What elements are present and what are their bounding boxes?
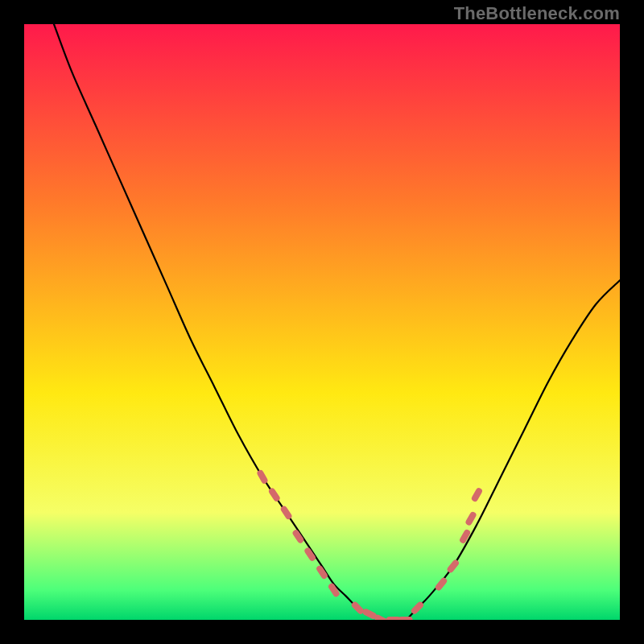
marker-point (398, 617, 413, 620)
marker-point (459, 529, 472, 545)
chart-frame: TheBottleneck.com (0, 0, 644, 644)
highlighted-points (256, 469, 483, 620)
marker-point (446, 559, 460, 574)
curve-layer (24, 24, 620, 620)
marker-point (470, 487, 483, 503)
plot-area (24, 24, 620, 620)
marker-point (434, 576, 448, 592)
marker-point (464, 510, 477, 526)
bottleneck-curve (54, 24, 620, 620)
marker-point (256, 469, 269, 485)
watermark-text: TheBottleneck.com (454, 3, 620, 24)
